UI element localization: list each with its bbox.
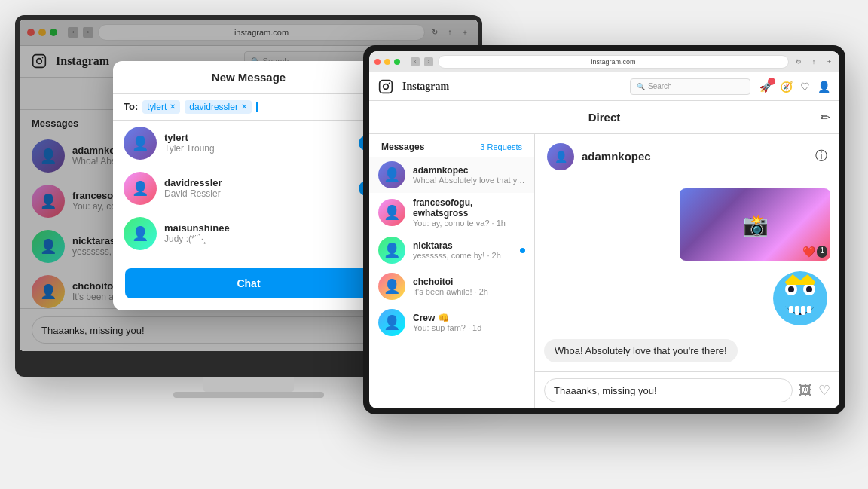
svg-rect-13 (795, 306, 799, 315)
browser-icons: ↻ ↑ ＋ (793, 57, 834, 67)
messages-label: Messages (381, 142, 424, 152)
direct-icon[interactable]: 🚀 (760, 81, 772, 93)
add-tab-icon[interactable]: ＋ (824, 57, 834, 67)
monitor-base (173, 392, 324, 398)
user-name: Tyler Troung (164, 143, 351, 154)
tablet-messages-list: 👤 adamnkopec Whoa! Absolutely love that … (369, 157, 534, 341)
bubble-text: Whoa! Absolutely love that you're there! (555, 345, 727, 356)
chat-btn-label: Chat (237, 277, 260, 289)
svg-rect-15 (807, 306, 811, 313)
message-content: adamnkopec Whoa! Absolutely love that y.… (413, 165, 525, 185)
chat-input[interactable]: Thaaanks, missing you! (544, 378, 793, 402)
list-item[interactable]: 👤 chchoitoi It's been awhile! · 2h (369, 268, 534, 304)
maximize-button[interactable] (394, 59, 400, 65)
cursor (256, 102, 258, 112)
msg-username: Crew 👊 (413, 313, 525, 323)
tablet-browser-bar: ‹ › instagram.com ↻ ↑ ＋ (369, 51, 839, 72)
user-name: David Ressler (164, 188, 351, 199)
modal-title: New Message (212, 71, 286, 84)
modal-header: New Message ✕ (113, 61, 384, 94)
close-button[interactable] (374, 59, 381, 65)
forward-button[interactable]: › (424, 57, 433, 66)
user-info: davidressler David Ressler (164, 177, 351, 199)
url-bar[interactable]: instagram.com (438, 55, 789, 69)
svg-point-9 (788, 286, 794, 292)
remove-tag-tylert[interactable]: ✕ (170, 102, 176, 111)
user-avatar: 👤 (124, 127, 157, 160)
user-name: Judy :(*¨`·¸ (164, 234, 374, 244)
modal-user-item[interactable]: 👤 maisunshinee Judy :(*¨`·¸ (113, 211, 384, 256)
svg-rect-3 (380, 80, 393, 93)
requests-link[interactable]: 3 Requests (480, 142, 522, 151)
chat-bubble: Whoa! Absolutely love that you're there! (544, 339, 738, 362)
user-info: maisunshinee Judy :(*¨`·¸ (164, 222, 374, 244)
chat-header: 👤 adamnkopec ⓘ (535, 134, 839, 179)
svg-point-6 (773, 271, 827, 325)
tablet-layout: ‹ › instagram.com ↻ ↑ ＋ (369, 51, 839, 408)
chat-photo: 📸 ❤️ 1 (680, 188, 830, 261)
compose-icon[interactable]: ✏ (821, 111, 830, 124)
svg-rect-14 (801, 306, 805, 315)
compass-icon[interactable]: 🧭 (780, 81, 793, 93)
list-item[interactable]: 👤 Crew 👊 You: sup fam? · 1d (369, 304, 534, 341)
new-message-modal: New Message ✕ To: tylert ✕ davidressler (113, 61, 384, 310)
avatar: 👤 (378, 273, 405, 300)
msg-username: nicktaras (413, 240, 512, 251)
avatar: 👤 (378, 161, 405, 188)
heart-icon[interactable]: ♡ (800, 81, 810, 93)
instagram-icon (378, 79, 393, 94)
like-icon[interactable]: ♡ (818, 382, 830, 399)
tablet-direct-header: Direct ✏ (369, 101, 839, 134)
message-content: nicktaras yessssss, come by! · 2h (413, 240, 512, 260)
msg-preview: Whoa! Absolutely love that y... · now (413, 176, 525, 185)
monster-svg (770, 268, 830, 329)
minimize-button[interactable] (384, 59, 390, 65)
list-item[interactable]: 👤 adamnkopec Whoa! Absolutely love that … (369, 157, 534, 193)
tablet-screen: ‹ › instagram.com ↻ ↑ ＋ (369, 51, 839, 408)
user-info: tylert Tyler Troung (164, 132, 351, 154)
tag-davidressler[interactable]: davidressler ✕ (185, 100, 252, 114)
search-bar[interactable]: 🔍 Search (630, 78, 750, 95)
msg-username: adamnkopec (413, 165, 525, 176)
avatar: 👤 (378, 199, 405, 226)
msg-preview: You: sup fam? · 1d (413, 323, 525, 332)
list-item[interactable]: 👤 nicktaras yessssss, come by! · 2h (369, 232, 534, 268)
tag-tylert[interactable]: tylert ✕ (142, 100, 180, 114)
share-icon[interactable]: ↑ (808, 57, 819, 67)
chat-button[interactable]: Chat (125, 268, 372, 298)
modal-user-item[interactable]: 👤 tylert Tyler Troung ✓ (113, 121, 384, 166)
reload-icon[interactable]: ↻ (793, 57, 804, 67)
tag-label: davidressler (189, 102, 238, 112)
profile-icon[interactable]: 👤 (818, 81, 830, 93)
tag-label: tylert (147, 102, 167, 112)
user-avatar: 👤 (124, 172, 157, 205)
tablet-sidebar: Messages 3 Requests 👤 adamnkopec Whoa! A… (369, 134, 535, 408)
header-icons: 🚀 🧭 ♡ 👤 (760, 81, 830, 93)
modal-user-item[interactable]: 👤 davidressler David Ressler ✓ (113, 166, 384, 211)
tablet: ‹ › instagram.com ↻ ↑ ＋ (363, 45, 845, 414)
user-avatar: 👤 (124, 217, 157, 250)
svg-rect-12 (789, 306, 793, 313)
modal-user-list: 👤 tylert Tyler Troung ✓ 👤 david (113, 121, 384, 256)
chat-messages: 📸 ❤️ 1 (535, 179, 839, 371)
svg-point-10 (806, 286, 812, 292)
image-icon[interactable]: 🖼 (799, 383, 812, 399)
user-handle: maisunshinee (164, 222, 374, 234)
messages-header: Messages 3 Requests (369, 134, 534, 157)
tablet-chat: 👤 adamnkopec ⓘ 📸 ❤️ 1 (535, 134, 839, 408)
react-count: 1 (817, 246, 827, 258)
chat-info-icon[interactable]: ⓘ (815, 148, 827, 164)
traffic-lights (374, 59, 400, 65)
chat-username: adamnkopec (582, 150, 651, 163)
msg-preview: yessssss, come by! · 2h (413, 251, 512, 260)
tablet-main: Messages 3 Requests 👤 adamnkopec Whoa! A… (369, 134, 839, 408)
monster-sticker (770, 268, 830, 332)
message-content: francesofogu, ewhatsgross You: ay, como … (413, 197, 525, 228)
svg-point-5 (389, 82, 390, 84)
modal-to-label: To: (124, 101, 138, 112)
remove-tag-davidressler[interactable]: ✕ (241, 102, 247, 111)
list-item[interactable]: 👤 francesofogu, ewhatsgross You: ay, com… (369, 193, 534, 232)
back-button[interactable]: ‹ (411, 57, 420, 66)
heart-react[interactable]: ❤️ (802, 246, 815, 258)
tablet-ig-header: Instagram 🔍 Search 🚀 🧭 ♡ 👤 (369, 72, 839, 101)
